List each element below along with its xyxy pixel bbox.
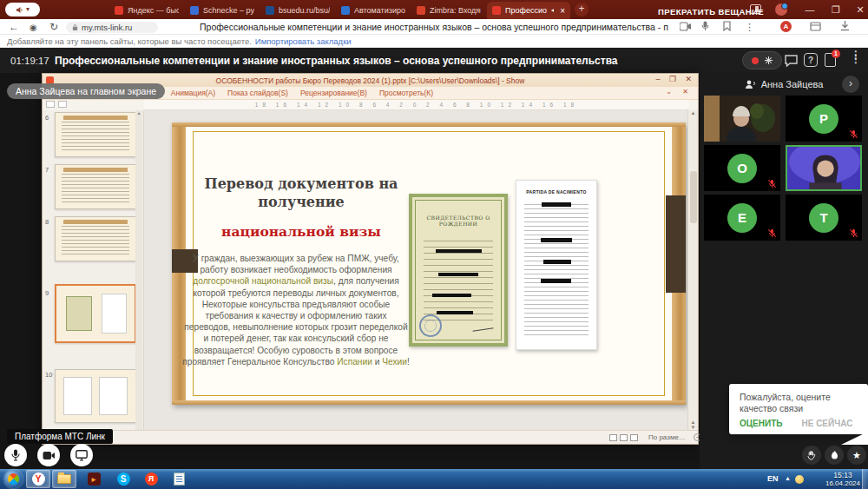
avatar: O	[727, 154, 757, 183]
screen-share-button[interactable]	[70, 444, 93, 466]
hand-icon	[807, 451, 816, 460]
tab-yandex-search[interactable]: Яндекс — быстрый поис	[109, 2, 184, 19]
tray-date: 16.04.2024	[825, 479, 861, 488]
taskbar-explorer[interactable]	[52, 470, 76, 488]
window-maximize-button[interactable]: ❐	[825, 0, 847, 19]
slide-title: Перевод документов на получение	[198, 175, 404, 211]
camera-icon[interactable]	[680, 22, 692, 31]
menu-slideshow[interactable]: Показ слайдов(S)	[227, 89, 288, 97]
thumb-number: 10	[45, 371, 52, 379]
menu-animations[interactable]: Анимация(А)	[171, 89, 215, 97]
tab-close-icon[interactable]: ×	[560, 6, 565, 16]
slide-thumbnail-10[interactable]	[55, 369, 136, 423]
show-desktop-button[interactable]	[862, 469, 868, 489]
slide-body-text: У граждан, выезжающих за рубеж на ПМЖ, у…	[182, 253, 410, 367]
tab-active-mts-link[interactable]: Профессиональны ×	[487, 2, 570, 19]
mic-icon[interactable]	[701, 21, 709, 31]
participant-video-active[interactable]	[786, 145, 862, 191]
taskbar-skype[interactable]	[111, 470, 135, 488]
tab-audio-icon[interactable]	[551, 7, 556, 14]
avatar: E	[727, 203, 757, 233]
rate-button[interactable]: ОЦЕНИТЬ	[740, 419, 782, 428]
tray-app-icon[interactable]	[795, 475, 804, 484]
participant-tile-o[interactable]: O	[704, 145, 780, 191]
import-bookmarks-link[interactable]: Импортировать закладки	[255, 36, 352, 46]
tab-label: bsuedu.ru/bsu/education	[279, 6, 330, 15]
view-show-icon[interactable]	[630, 434, 638, 441]
window-minimize-button[interactable]: —	[799, 0, 821, 19]
tab-label: Автоматизированные си	[354, 6, 405, 15]
profile-avatar[interactable]	[775, 3, 787, 16]
raise-hand-button[interactable]	[802, 446, 821, 465]
platform-tooltip: Платформа МТС Линк	[7, 429, 113, 444]
profile-icon[interactable]: ◉	[30, 22, 37, 34]
refresh-icon[interactable]: ↻	[49, 21, 58, 33]
rate-button-fab[interactable]: ★	[847, 446, 866, 465]
url-field[interactable]: my.mts-link.ru	[66, 22, 158, 33]
help-icon[interactable]: ?	[804, 53, 818, 67]
not-now-button[interactable]: НЕ СЕЙЧАС	[801, 419, 852, 428]
view-normal-icon[interactable]	[609, 434, 617, 441]
sidebar-collapse-button[interactable]: ›	[842, 76, 859, 93]
slide-thumbnail-6[interactable]	[55, 112, 136, 157]
tab-label: Яндекс — быстрый поис	[128, 6, 179, 15]
participant-tile-t[interactable]: T	[786, 195, 862, 241]
taskbar-yandex[interactable]	[139, 470, 163, 488]
panel-view-tabs[interactable]	[46, 101, 67, 108]
rate-quality-toast: Пожалуйста, оцените качество связи ОЦЕНИ…	[729, 384, 868, 434]
ribbon-controls[interactable]: ⌄ ✕	[666, 88, 693, 96]
taskbar-document-app[interactable]	[167, 470, 191, 488]
webinar-title: Профессиональные компетенции и знание ин…	[55, 55, 618, 67]
taskbar-media-player[interactable]	[82, 470, 106, 488]
menu-review[interactable]: Рецензирование(В)	[300, 89, 367, 97]
tray-clock[interactable]: 15:13 16.04.2024	[825, 471, 861, 488]
tray-expand-icon[interactable]: ▲	[785, 475, 791, 489]
tab-automated-systems[interactable]: Автоматизированные си	[336, 2, 411, 19]
back-icon[interactable]: ←	[9, 21, 19, 33]
favicon	[190, 6, 199, 15]
slide-title-red: национальной визы	[198, 223, 404, 240]
toast-message: Пожалуйста, оцените качество связи	[740, 392, 858, 414]
view-sorter-icon[interactable]	[620, 434, 628, 441]
tab-schnecke[interactable]: Schnecke – русский пере	[185, 2, 260, 19]
participant-video-anna[interactable]	[704, 96, 780, 142]
mic-icon	[11, 449, 20, 461]
tab-audio-button[interactable]: ▾	[5, 3, 40, 17]
mic-toggle-button[interactable]	[4, 444, 27, 466]
browser-menu-dots-icon[interactable]: ⋮	[745, 21, 754, 33]
chevron-down-icon: ▾	[26, 6, 30, 13]
slide-thumbnail-7[interactable]	[55, 164, 136, 209]
webcam-video	[787, 147, 862, 191]
language-indicator[interactable]: EN	[767, 474, 779, 489]
menu-view[interactable]: Просмотреть(К)	[379, 89, 433, 97]
new-tab-button[interactable]: +	[575, 3, 589, 17]
presentation-window-controls[interactable]: – ❐ ✕	[655, 75, 695, 83]
record-control[interactable]	[742, 51, 782, 69]
tab-zimbra[interactable]: Zimbra: Входящие (18)	[411, 2, 486, 19]
chat-icon[interactable]	[784, 53, 799, 68]
slide-thumbnail-8[interactable]	[55, 216, 136, 261]
download-icon[interactable]	[840, 21, 850, 31]
thumb-number: 7	[45, 166, 49, 174]
participant-tile-e[interactable]: E	[704, 195, 780, 241]
zoom-fit-label[interactable]: По размеру слайда	[648, 433, 688, 441]
files-icon[interactable]: 1	[825, 53, 836, 67]
slide-vertical-scrollbar[interactable]: ▲ ▲▼	[687, 110, 698, 432]
collections-icon[interactable]	[810, 22, 821, 31]
tab-bsuedu[interactable]: bsuedu.ru/bsu/education	[260, 2, 335, 19]
tray-time: 15:13	[825, 471, 861, 479]
slide-thumbnail-9-selected[interactable]	[55, 284, 136, 343]
start-button[interactable]	[4, 470, 23, 488]
document-app-icon	[174, 472, 185, 486]
header-menu-dots-icon[interactable]: ⋮⋮	[851, 53, 858, 68]
adblock-extension-icon[interactable]	[780, 21, 792, 32]
thumbnail-scrollbar[interactable]: ▲	[135, 110, 142, 432]
camera-toggle-button[interactable]	[37, 444, 60, 466]
bookmark-icon[interactable]	[723, 21, 731, 31]
window-close-button[interactable]: ✕	[849, 0, 868, 19]
skype-icon	[117, 472, 130, 486]
reactions-button[interactable]	[825, 446, 844, 465]
stop-broadcast-button[interactable]: ПРЕКРАТИТЬ ВЕЩАНИЕ	[658, 7, 764, 17]
participant-tile-p[interactable]: P	[786, 96, 862, 142]
taskbar-yandex-browser[interactable]	[26, 470, 50, 488]
